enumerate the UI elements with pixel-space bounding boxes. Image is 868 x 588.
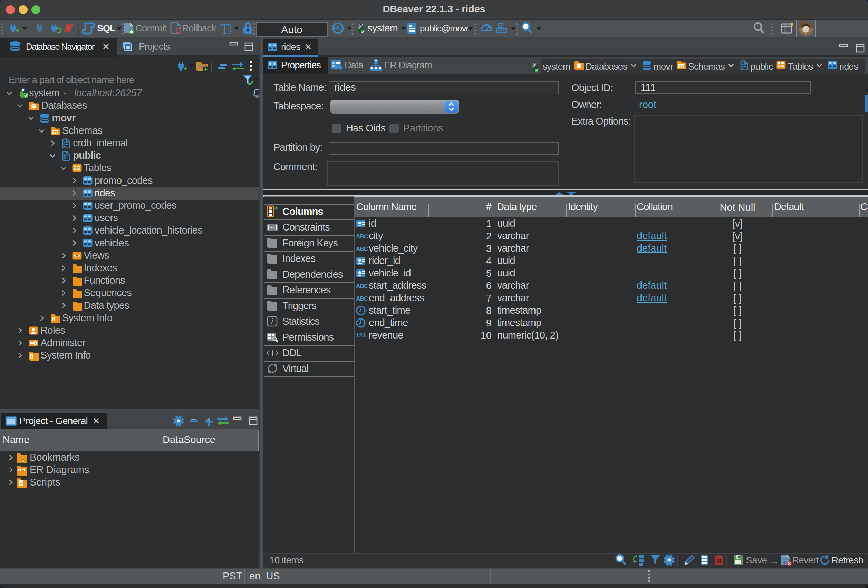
svg-text:ABC: ABC xyxy=(356,283,368,289)
svg-text:ABC: ABC xyxy=(356,295,368,302)
svg-text:ABC: ABC xyxy=(356,246,368,252)
svg-text:T: T xyxy=(270,348,275,358)
svg-text:i: i xyxy=(272,317,273,326)
svg-text:123: 123 xyxy=(356,332,366,339)
svg-text:ABC: ABC xyxy=(356,233,368,240)
